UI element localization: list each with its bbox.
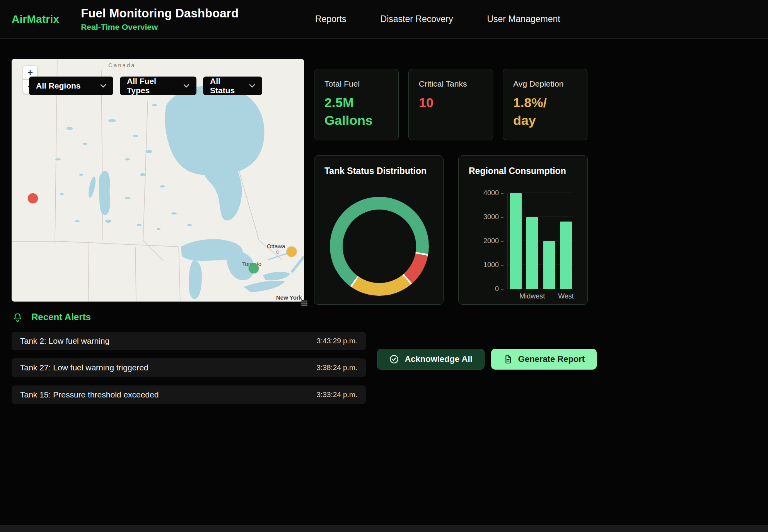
bar-3 xyxy=(543,241,555,289)
y-tick-label: 1000 xyxy=(483,261,499,268)
y-tick-label: 0 xyxy=(495,285,499,292)
alert-message: Tank 2: Low fuel warning xyxy=(20,336,109,346)
map-markers xyxy=(12,59,304,302)
stat-label-avg-depletion: Avg Depletion xyxy=(513,79,577,89)
region-filter-dropdown[interactable]: All Regions xyxy=(29,77,113,95)
nav-user-management[interactable]: User Management xyxy=(487,14,560,24)
chevron-down-icon xyxy=(183,84,189,88)
acknowledge-all-button[interactable]: Acknowledge All xyxy=(377,349,485,370)
regional-consumption-card: Regional Consumption 01000200030004000 M… xyxy=(458,155,588,305)
chevron-down-icon xyxy=(249,84,255,88)
map-marker-warning[interactable] xyxy=(287,247,297,257)
resize-handle grip-icon[interactable] xyxy=(301,300,307,306)
regional-consumption-title: Regional Consumption xyxy=(469,166,577,176)
map-marker-critical[interactable] xyxy=(28,193,38,203)
alert-row[interactable]: Tank 15: Pressure threshold exceeded 3:3… xyxy=(12,385,366,404)
alert-message: Tank 15: Pressure threshold exceeded xyxy=(20,390,159,399)
chevron-down-icon xyxy=(100,84,106,88)
alert-row[interactable]: Tank 2: Low fuel warning 3:43:29 p.m. xyxy=(12,332,366,350)
alert-time: 3:33:24 p.m. xyxy=(316,390,357,399)
stat-value-line: 2.5M xyxy=(324,94,388,112)
stat-label-critical-tanks: Critical Tanks xyxy=(419,79,483,89)
tank-status-donut xyxy=(330,197,429,296)
alert-time: 3:43:29 p.m. xyxy=(316,337,357,345)
alerts-heading-label: Recent Alerts xyxy=(31,312,91,322)
nav-reports[interactable]: Reports xyxy=(315,14,346,24)
map-panel[interactable]: Canada Ottawa Toronto New York + − All R… xyxy=(12,59,304,302)
stat-card: Critical Tanks 10 xyxy=(408,69,493,140)
check-circle-icon xyxy=(389,354,399,364)
x-category-label: Midwest xyxy=(526,292,538,300)
brand-logo[interactable]: AirMatrix xyxy=(12,13,59,26)
y-axis: 01000200030004000 xyxy=(474,193,504,289)
stat-label-total-fuel: Total Fuel xyxy=(324,79,388,89)
regional-consumption-chart: 01000200030004000 MidwestWest xyxy=(507,193,574,289)
x-category-label: West xyxy=(560,292,572,300)
stat-value-line: day xyxy=(513,112,577,130)
stat-value-total-fuel: 2.5M Gallons xyxy=(324,94,388,130)
status-filter-dropdown[interactable]: All Status xyxy=(203,77,262,95)
bar-1 xyxy=(510,193,522,289)
generate-report-label: Generate Report xyxy=(518,354,585,364)
x-axis-labels: MidwestWest xyxy=(507,292,574,300)
status-filter-value: All Status xyxy=(210,77,244,95)
map-filter-bar: All Regions All Fuel Types All Status xyxy=(29,77,262,95)
alert-message: Tank 27: Low fuel warning triggered xyxy=(20,363,148,372)
x-category-label xyxy=(543,292,555,300)
generate-report-button[interactable]: Generate Report xyxy=(491,349,597,370)
donut-hole xyxy=(343,210,416,283)
tank-status-card: Tank Status Distribution xyxy=(314,155,444,305)
bar-plot xyxy=(507,193,574,289)
stat-card: Total Fuel 2.5M Gallons xyxy=(314,69,399,140)
stat-value-critical-tanks: 10 xyxy=(419,94,483,112)
document-icon xyxy=(503,355,513,364)
map-marker-normal[interactable] xyxy=(249,263,259,273)
fuel-monitoring-dashboard: AirMatrix Fuel Monitoring Dashboard Real… xyxy=(0,0,768,532)
nav-disaster-recovery[interactable]: Disaster Recovery xyxy=(381,14,453,24)
title-block: Fuel Monitoring Dashboard Real-Time Over… xyxy=(81,7,239,32)
bar-4 xyxy=(560,222,572,289)
y-tick-label: 3000 xyxy=(483,213,499,220)
stat-value-line: 1.8%/ xyxy=(513,94,577,112)
stat-value-avg-depletion: 1.8%/ day xyxy=(513,94,577,130)
bar-2 xyxy=(526,217,538,289)
alerts-heading: Recent Alerts xyxy=(12,312,91,322)
alert-time: 3:38:24 p.m. xyxy=(316,363,357,372)
page-title: Fuel Monitoring Dashboard xyxy=(81,7,239,20)
tank-status-title: Tank Status Distribution xyxy=(324,166,433,176)
bell-icon xyxy=(12,312,23,322)
alert-row[interactable]: Tank 27: Low fuel warning triggered 3:38… xyxy=(12,358,366,377)
fuel-type-filter-value: All Fuel Types xyxy=(127,77,178,95)
main-nav: Reports Disaster Recovery User Managemen… xyxy=(315,0,560,38)
stat-card: Avg Depletion 1.8%/ day xyxy=(503,69,587,140)
bottom-bar xyxy=(0,525,768,532)
stat-value-line: 10 xyxy=(419,94,483,112)
region-filter-value: All Regions xyxy=(36,81,81,90)
fuel-type-filter-dropdown[interactable]: All Fuel Types xyxy=(120,77,196,95)
page-subtitle: Real-Time Overview xyxy=(81,22,239,32)
y-tick-label: 4000 xyxy=(483,189,499,196)
y-tick-label: 2000 xyxy=(483,237,499,244)
acknowledge-all-label: Acknowledge All xyxy=(404,354,472,364)
app-header: AirMatrix Fuel Monitoring Dashboard Real… xyxy=(0,0,768,39)
stat-value-line: Gallons xyxy=(324,112,388,130)
